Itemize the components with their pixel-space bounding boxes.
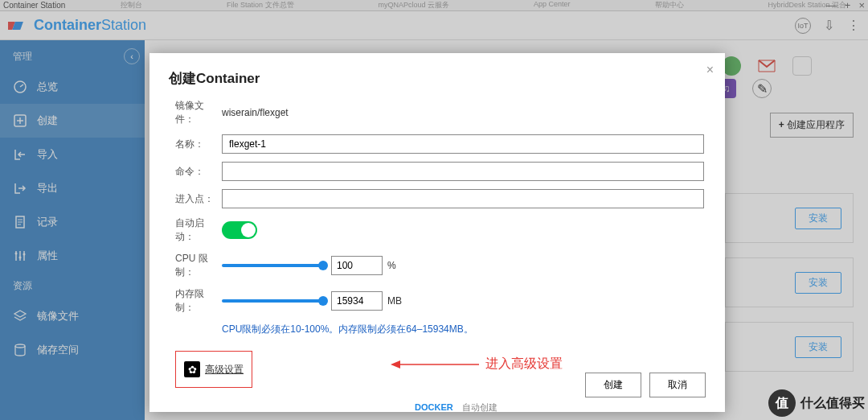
field-autostart: 自动启动： — [175, 216, 706, 244]
command-label: 命令： — [175, 165, 222, 179]
command-input[interactable] — [222, 162, 704, 181]
cpu-slider[interactable] — [222, 264, 323, 267]
autostart-toggle[interactable] — [222, 221, 257, 239]
docker-badge: DOCKER 自动创建 — [415, 401, 497, 414]
limits-hint: CPU限制必须在10-100%。内存限制必须在64–15934MB。 — [222, 323, 706, 336]
field-image: 镜像文件： wiserain/flexget — [175, 99, 706, 126]
cpu-label: CPU 限制： — [175, 252, 222, 279]
watermark: 值 什么值得买 — [768, 389, 865, 417]
autostart-label: 自动启动： — [175, 216, 222, 244]
name-input[interactable] — [222, 134, 704, 154]
memory-label: 内存限制： — [175, 287, 222, 315]
annotation-arrow: 进入高级设置 — [391, 356, 563, 373]
arrow-icon — [391, 356, 479, 373]
gear-icon: ✿ — [184, 361, 200, 377]
svg-marker-20 — [391, 360, 400, 369]
memory-input[interactable] — [331, 291, 383, 311]
create-button[interactable]: 创建 — [585, 373, 641, 397]
field-command: 命令： — [175, 162, 706, 181]
cpu-input[interactable] — [331, 256, 383, 275]
name-label: 名称： — [175, 138, 222, 151]
image-value: wiserain/flexget — [222, 107, 706, 118]
memory-slider[interactable] — [222, 299, 323, 303]
create-container-modal: × 创建Container 镜像文件： wiserain/flexget 名称：… — [149, 53, 725, 412]
field-cpu-limit: CPU 限制： % — [175, 252, 706, 279]
memory-unit: MB — [387, 295, 402, 307]
image-label: 镜像文件： — [175, 99, 222, 126]
docker-subtext: 自动创建 — [462, 402, 497, 412]
close-icon[interactable]: × — [706, 63, 714, 77]
advanced-settings-link[interactable]: 高级设置 — [205, 363, 244, 377]
field-name: 名称： — [175, 134, 706, 154]
cancel-button[interactable]: 取消 — [649, 373, 706, 397]
advanced-settings-box[interactable]: ✿ 高级设置 — [175, 351, 252, 388]
watermark-text: 什么值得买 — [800, 395, 865, 412]
annotation-text: 进入高级设置 — [485, 356, 563, 373]
modal-title: 创建Container — [169, 69, 706, 88]
cpu-unit: % — [387, 260, 396, 271]
entrypoint-label: 进入点： — [175, 192, 222, 206]
field-entrypoint: 进入点： — [175, 189, 706, 208]
watermark-badge: 值 — [768, 389, 796, 417]
entrypoint-input[interactable] — [222, 189, 704, 208]
field-memory-limit: 内存限制： MB — [175, 287, 706, 315]
